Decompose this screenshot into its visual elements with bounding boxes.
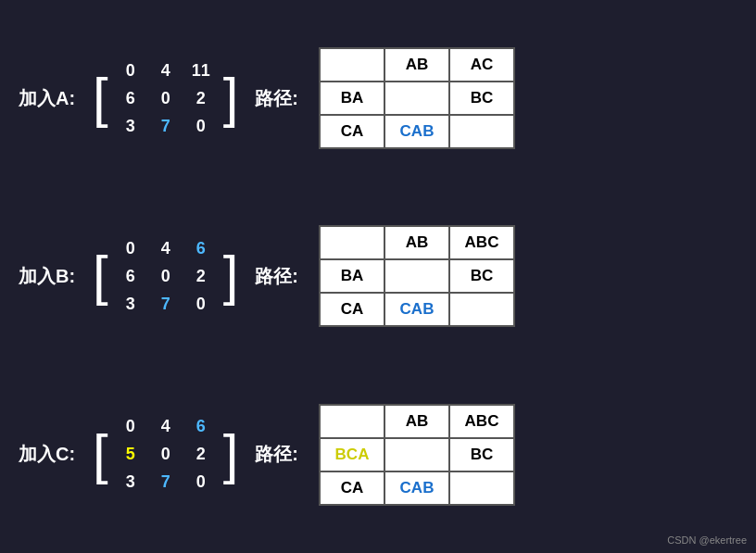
table-c: AB ABC BCA BC CA CAB — [319, 404, 515, 506]
bracket-right-c: ] — [223, 427, 239, 483]
table-c-r0c1 — [384, 438, 449, 471]
cell-a-00: 0 — [114, 57, 147, 83]
matrix-grid-c: 0 4 6 5 0 2 3 7 0 — [108, 410, 223, 499]
matrix-grid-a: 0 4 11 6 0 2 3 7 0 — [108, 54, 223, 143]
cell-b-22: 0 — [184, 291, 218, 317]
table-b-h2: ABC — [449, 226, 514, 259]
table-b-r1c2 — [449, 293, 514, 326]
bracket-left-c: [ — [93, 427, 108, 483]
path-label-b: 路径: — [255, 264, 298, 289]
bracket-right-a: ] — [223, 70, 239, 126]
cell-a-10: 6 — [114, 85, 147, 111]
table-c-r1c0: CA — [320, 471, 384, 505]
cell-c-21: 7 — [149, 470, 183, 496]
cell-c-10: 5 — [114, 442, 147, 468]
matrix-b: [ 0 4 6 6 0 2 3 7 0 ] — [93, 232, 238, 320]
table-b: AB ABC BA BC CA CAB — [319, 225, 515, 327]
table-c-cab: CAB — [384, 471, 449, 505]
table-a-r1c0: CA — [320, 115, 384, 148]
cell-a-11: 0 — [149, 85, 183, 111]
matrix-grid-b: 0 4 6 6 0 2 3 7 0 — [108, 232, 223, 320]
cell-b-12: 2 — [184, 263, 218, 289]
cell-b-00: 0 — [114, 235, 147, 261]
section-c: 加入C: [ 0 4 6 5 0 2 3 7 0 ] 路径: AB ABC — [19, 404, 737, 506]
table-c-h2: ABC — [449, 405, 514, 438]
cell-a-22: 0 — [184, 113, 218, 139]
section-a: 加入A: [ 0 4 11 6 0 2 3 7 0 ] 路径: AB AC — [19, 47, 737, 149]
cell-c-01: 4 — [149, 414, 183, 440]
cell-c-22: 0 — [184, 470, 218, 496]
cell-b-20: 3 — [114, 291, 147, 317]
cell-a-01: 4 — [149, 57, 183, 83]
cell-c-11: 0 — [149, 442, 183, 468]
table-a-r1c2 — [449, 115, 514, 148]
bracket-left-b: [ — [93, 248, 108, 304]
label-c: 加入C: — [19, 442, 83, 467]
table-a-cab: CAB — [384, 115, 449, 148]
table-b-r0c1 — [384, 259, 449, 293]
table-b-h1: AB — [384, 226, 449, 259]
path-label-a: 路径: — [255, 86, 298, 111]
table-a-h2: AC — [449, 48, 514, 82]
table-c-r0c2: BC — [449, 438, 514, 471]
table-a-r0c1 — [384, 82, 449, 115]
cell-a-20: 3 — [114, 113, 147, 139]
matrix-c: [ 0 4 6 5 0 2 3 7 0 ] — [93, 410, 238, 499]
main-container: 加入A: [ 0 4 11 6 0 2 3 7 0 ] 路径: AB AC — [0, 0, 756, 553]
table-a-r0c2: BC — [449, 82, 514, 115]
cell-a-12: 2 — [184, 85, 218, 111]
cell-a-21: 7 — [149, 113, 183, 139]
table-c-bca: BCA — [320, 438, 384, 471]
cell-b-02: 6 — [184, 235, 218, 261]
cell-c-02: 6 — [184, 414, 218, 440]
cell-b-11: 0 — [149, 263, 183, 289]
bracket-left-a: [ — [93, 70, 108, 126]
watermark: CSDN @ekertree — [667, 534, 747, 546]
cell-c-12: 2 — [184, 442, 218, 468]
cell-c-00: 0 — [114, 414, 147, 440]
cell-b-21: 7 — [149, 291, 183, 317]
label-a: 加入A: — [19, 86, 83, 111]
table-c-h0 — [320, 405, 384, 438]
label-b: 加入B: — [19, 264, 83, 289]
cell-b-10: 6 — [114, 263, 147, 289]
table-a: AB AC BA BC CA CAB — [319, 47, 515, 149]
table-c-r1c2 — [449, 471, 514, 505]
cell-a-02: 11 — [184, 57, 218, 83]
path-label-c: 路径: — [255, 442, 298, 467]
bracket-right-b: ] — [223, 248, 239, 304]
cell-b-01: 4 — [149, 235, 183, 261]
table-b-h0 — [320, 226, 384, 259]
table-a-r0c0: BA — [320, 82, 384, 115]
matrix-a: [ 0 4 11 6 0 2 3 7 0 ] — [93, 54, 238, 143]
cell-c-20: 3 — [114, 470, 147, 496]
table-b-r1c0: CA — [320, 293, 384, 326]
table-b-r0c2: BC — [449, 259, 514, 293]
section-b: 加入B: [ 0 4 6 6 0 2 3 7 0 ] 路径: AB ABC — [19, 225, 737, 327]
table-a-h0 — [320, 48, 384, 82]
table-b-r0c0: BA — [320, 259, 384, 293]
table-a-h1: AB — [384, 48, 449, 82]
table-c-h1: AB — [384, 405, 449, 438]
table-b-cab: CAB — [384, 293, 449, 326]
